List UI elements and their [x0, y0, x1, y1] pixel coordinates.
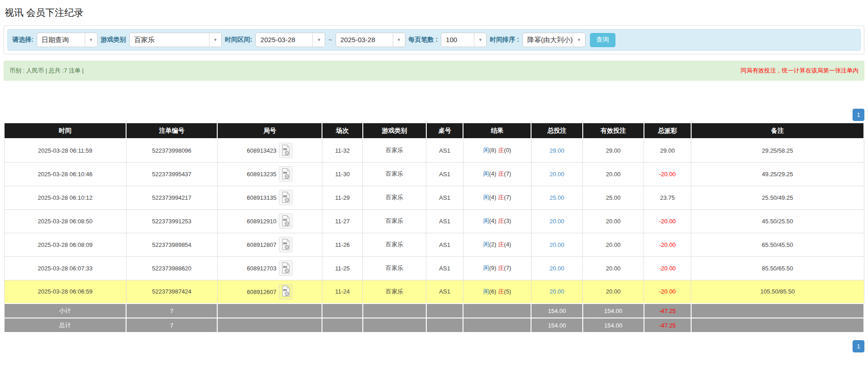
header-result: 结果 [463, 123, 531, 139]
film-document-icon[interactable] [279, 190, 293, 205]
bet-id-cell: 522373988620 [126, 256, 217, 280]
result-player-count: (6) [489, 288, 496, 295]
sort-dropdown[interactable]: 降幂(由大到小) ▼ [522, 33, 585, 47]
total-bet-link[interactable]: 20.00 [550, 265, 565, 272]
total-count: 7 [126, 318, 217, 332]
time-range-label: 时间区间: [225, 36, 253, 44]
valid-bet-notice-text: 同局有效投注，统一计算在该局第一张注单内 [741, 67, 858, 75]
result-cell: 闲(9)庄(7) [463, 256, 531, 280]
query-type-value[interactable]: 日期查询 [37, 33, 85, 47]
total-bet-link[interactable]: 25.00 [550, 194, 565, 201]
result-player-label: 闲 [483, 265, 489, 271]
remark-cell: 45.50/25.50 [691, 209, 864, 233]
film-document-icon[interactable] [279, 166, 293, 182]
date-from-value[interactable]: 2025-03-28 [256, 33, 312, 47]
bet-id-cell: 522373994217 [126, 186, 217, 209]
payout-cell: -20.00 [644, 162, 691, 186]
result-player-count: (8) [489, 147, 496, 154]
round-cell: 608913235 [217, 162, 322, 186]
valid-bet-cell: 20.00 [583, 209, 644, 233]
chevron-down-icon[interactable]: ▼ [85, 33, 97, 47]
bet-id-cell: 522373989854 [126, 233, 217, 256]
bet-id-cell: 522373987424 [126, 280, 217, 303]
query-button[interactable]: 查询 [590, 33, 615, 47]
time-cell: 2025-03-28 06:10:12 [4, 186, 126, 209]
chevron-down-icon[interactable]: ▼ [312, 33, 325, 47]
payout-cell: 29.00 [644, 139, 691, 162]
result-cell: 闲(4)庄(7) [463, 162, 531, 186]
result-banker-count: (7) [504, 194, 511, 201]
film-document-icon[interactable] [279, 143, 293, 158]
game-type-dropdown[interactable]: 百家乐 ▼ [129, 33, 222, 47]
table-number-cell: AS1 [426, 186, 463, 209]
result-player-label: 闲 [483, 147, 489, 154]
total-label: 总计 [4, 318, 126, 332]
table-row: 2025-03-28 06:07:33 522373988620 6089127… [4, 256, 864, 280]
result-cell: 闲(8)庄(0) [463, 139, 531, 162]
payout-cell: 23.75 [644, 186, 691, 209]
result-banker-label: 庄 [498, 194, 504, 201]
page-1-button[interactable]: 1 [853, 109, 864, 121]
total-bet-cell: 20.00 [531, 233, 583, 256]
total-bet-link[interactable]: 20.00 [550, 218, 565, 225]
sort-value[interactable]: 降幂(由大到小) [523, 33, 573, 47]
pagination-top: 1 [4, 109, 864, 121]
valid-bet-cell: 20.00 [583, 162, 644, 186]
date-to-value[interactable]: 2025-03-28 [336, 33, 393, 47]
bet-id-cell: 522373998096 [126, 139, 217, 162]
valid-bet-cell: 20.00 [583, 233, 644, 256]
page-size-value[interactable]: 100 [441, 33, 474, 47]
film-document-icon[interactable] [279, 213, 293, 229]
film-document-icon[interactable] [279, 284, 293, 299]
header-bet-id: 注单编号 [126, 123, 217, 139]
total-bet-cell: 20.00 [531, 209, 583, 233]
round-number: 608912807 [247, 241, 276, 248]
result-banker-count: (4) [504, 241, 511, 248]
game-type-cell: 百家乐 [363, 162, 426, 186]
result-player-count: (2) [489, 241, 496, 248]
total-bet-link[interactable]: 20.00 [550, 171, 565, 178]
total-bet-link[interactable]: 20.00 [550, 241, 565, 248]
page-1-button[interactable]: 1 [853, 340, 864, 352]
game-type-value[interactable]: 百家乐 [130, 33, 209, 47]
film-document-icon[interactable] [279, 260, 293, 276]
session-cell: 11-25 [322, 256, 362, 280]
header-table-number: 桌号 [426, 123, 463, 139]
subtotal-count: 7 [126, 303, 217, 318]
payout-cell: -47.25 [644, 318, 691, 332]
game-type-cell: 百家乐 [363, 256, 426, 280]
chevron-down-icon[interactable]: ▼ [393, 33, 405, 47]
round-number: 608912703 [247, 265, 276, 272]
payout-cell: -20.00 [644, 256, 691, 280]
page-size-dropdown[interactable]: 100 ▼ [441, 33, 487, 47]
total-bet-link[interactable]: 29.00 [550, 147, 565, 154]
header-session: 场次 [322, 123, 362, 139]
result-banker-count: (3) [504, 217, 511, 224]
table-body: 2025-03-28 06:11:59 522373998096 6089134… [4, 139, 864, 303]
payout-cell: -20.00 [644, 209, 691, 233]
time-cell: 2025-03-28 06:11:59 [4, 139, 126, 162]
query-type-dropdown[interactable]: 日期查询 ▼ [37, 33, 98, 47]
result-banker-label: 庄 [498, 147, 504, 154]
table-number-cell: AS1 [426, 209, 463, 233]
total-bet-link[interactable]: 20.00 [550, 288, 565, 295]
film-document-icon[interactable] [279, 237, 293, 252]
result-player-label: 闲 [483, 241, 489, 248]
subtotal-valid-bet: 154.00 [583, 303, 644, 318]
pagination-bottom: 1 [4, 340, 864, 352]
round-number: 608912910 [247, 218, 276, 225]
total-bet-cell: 20.00 [531, 280, 583, 303]
round-cell: 608912807 [217, 233, 322, 256]
date-from-dropdown[interactable]: 2025-03-28 ▼ [255, 33, 325, 47]
table-row: 2025-03-28 06:10:46 522373995437 6089132… [4, 162, 864, 186]
chevron-down-icon[interactable]: ▼ [474, 33, 486, 47]
result-player-count: (4) [489, 170, 496, 177]
valid-bet-cell: 29.00 [583, 139, 644, 162]
subtotal-row: 小计 7 154.00 154.00 -47.25 [4, 303, 864, 318]
chevron-down-icon[interactable]: ▼ [573, 33, 585, 47]
session-cell: 11-24 [322, 280, 362, 303]
total-bet-cell: 20.00 [531, 162, 583, 186]
bet-id-cell: 522373995437 [126, 162, 217, 186]
chevron-down-icon[interactable]: ▼ [209, 33, 221, 47]
date-to-dropdown[interactable]: 2025-03-28 ▼ [336, 33, 405, 47]
